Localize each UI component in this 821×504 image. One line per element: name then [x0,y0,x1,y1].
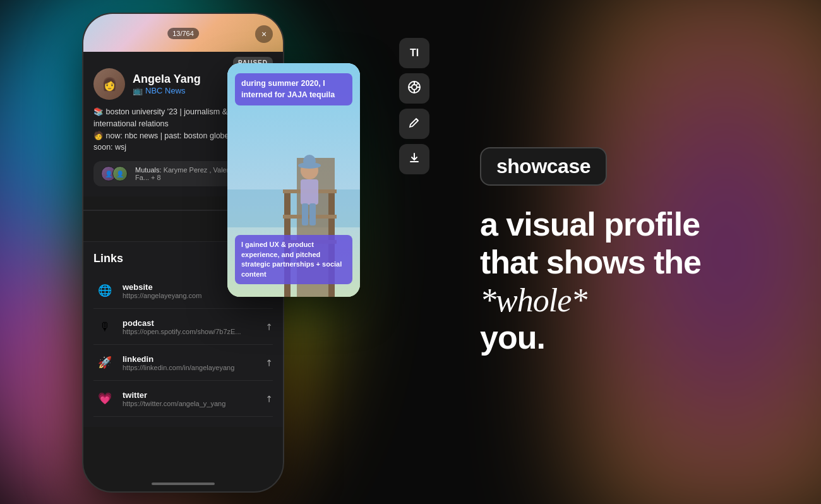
link-icon-twitter: 💗 [93,387,116,410]
link-info-linkedin: linkedin https://linkedin.com/in/angelay… [123,354,259,371]
target-icon [407,80,421,97]
link-item-podcast[interactable]: 🎙 podcast https://open.spotify.com/show/… [93,309,273,345]
link-icon-podcast: 🎙 [93,315,116,338]
tagline-line2: that shows the *whole* [480,244,783,320]
svg-rect-21 [410,161,419,162]
svg-rect-10 [303,155,316,167]
link-info-twitter: twitter https://twitter.com/angela_y_yan… [123,390,259,407]
right-content: showcase a visual profile that shows the… [455,0,821,504]
mutuals-avatars: 👤 👤 [101,166,124,181]
svg-rect-1 [227,189,360,227]
phone-counter: 13/764 [167,28,199,39]
link-url-podcast: https://open.spotify.com/show/7b7zE... [123,328,259,335]
company-icon: 📺 [133,86,143,95]
link-arrow-podcast: ↗ [263,320,275,333]
tagline: a visual profile that shows the *whole* … [480,206,783,357]
svg-rect-12 [302,203,308,225]
svg-point-15 [412,85,417,90]
link-icon-linkedin: 🚀 [93,351,116,374]
profile-name: Angela Yang [133,73,201,86]
profile-info: Angela Yang 📺 NBC News [133,73,201,95]
tagline-line3: you. [480,319,783,357]
link-arrow-linkedin: ↗ [263,356,275,369]
link-name-twitter: twitter [123,390,259,400]
phone-top-bar: 13/764 × [83,14,283,52]
toolbar: TI [399,38,429,174]
svg-rect-11 [301,179,318,205]
profile-company: 📺 NBC News [133,86,201,95]
home-indicator [152,483,215,485]
showcase-badge: showcase [480,147,607,186]
download-icon [408,152,421,167]
link-name-podcast: podcast [123,318,259,328]
link-url-linkedin: https://linkedin.com/in/angelayeyang [123,364,259,371]
text-tool-icon: TI [410,47,419,59]
story-bottom-text-content: I gained UX & product experience, and pi… [241,240,346,279]
close-button[interactable]: × [255,25,273,43]
svg-rect-13 [309,203,316,225]
tagline-italic: *whole* [480,282,587,318]
close-icon: × [261,29,267,39]
story-bottom-text: I gained UX & product experience, and pi… [235,235,352,284]
svg-line-20 [416,119,418,121]
avatar: 👩 [93,68,125,100]
story-card: during summer 2020, I interned for JAJA … [227,63,360,297]
link-arrow-twitter: ↗ [263,392,275,405]
link-url-twitter: https://twitter.com/angela_y_yang [123,400,259,407]
text-tool-button[interactable]: TI [399,38,429,68]
pencil-icon [408,116,421,132]
target-tool-button[interactable] [399,73,429,104]
story-top-text: during summer 2020, I interned for JAJA … [235,73,352,105]
link-info-podcast: podcast https://open.spotify.com/show/7b… [123,318,259,335]
tagline-line1: a visual profile [480,206,783,244]
download-button[interactable] [399,144,429,174]
story-top-text-content: during summer 2020, I interned for JAJA … [241,78,346,100]
edit-tool-button[interactable] [399,109,429,139]
mutual-avatar-2: 👤 [112,166,128,181]
link-icon-website: 🌐 [93,279,116,302]
link-name-linkedin: linkedin [123,354,259,364]
link-item-linkedin[interactable]: 🚀 linkedin https://linkedin.com/in/angel… [93,345,273,381]
link-item-twitter[interactable]: 💗 twitter https://twitter.com/angela_y_y… [93,381,273,417]
